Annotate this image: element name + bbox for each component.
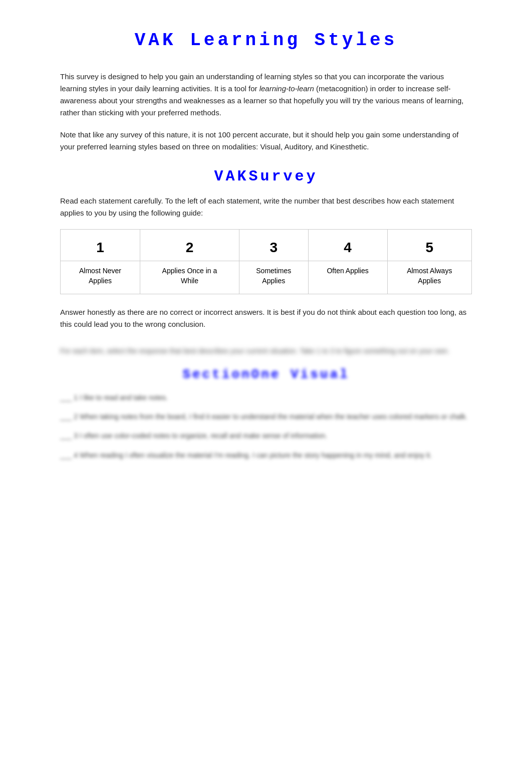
page-title: VAK Learning Styles [60,30,472,51]
scale-table: 1 2 3 4 5 Almost NeverApplies Applies On… [60,229,472,294]
blurred-intro-section: For each item, select the response that … [60,345,472,356]
intro-paragraph-1: This survey is designed to help you gain… [60,71,472,119]
blurred-item-4: ___ 4 When reading I often visualize the… [60,450,472,461]
blurred-item-1: ___ 1 I like to read and take notes. [60,392,472,403]
scale-number-1: 1 [61,230,140,261]
scale-number-5: 5 [387,230,471,261]
scale-number-row: 1 2 3 4 5 [61,230,472,261]
answer-instruction: Answer honestly as there are no correct … [60,306,472,330]
intro-paragraph-2: Note that like any survey of this nature… [60,129,472,153]
scale-number-2: 2 [140,230,239,261]
scale-label-5: Almost AlwaysApplies [387,261,471,294]
blurred-item-3: ___ 3 I often use color-coded notes to o… [60,430,472,441]
scale-label-row: Almost NeverApplies Applies Once in aWhi… [61,261,472,294]
scale-label-2: Applies Once in aWhile [140,261,239,294]
scale-number-4: 4 [308,230,387,261]
intro-italic: learning-to-learn [259,84,314,93]
blurred-intro-text: For each item, select the response that … [60,345,472,356]
scale-label-4: Often Applies [308,261,387,294]
survey-title: VAKSurvey [60,168,472,185]
scale-label-1: Almost NeverApplies [61,261,140,294]
blurred-item-2: ___ 2 When taking notes from the board, … [60,411,472,422]
scale-label-3: SometimesApplies [239,261,308,294]
blurred-section-heading: SectionOne Visual [60,367,472,382]
blurred-items-list: ___ 1 I like to read and take notes. ___… [60,392,472,461]
scale-number-3: 3 [239,230,308,261]
guide-text: Read each statement carefully. To the le… [60,195,472,219]
